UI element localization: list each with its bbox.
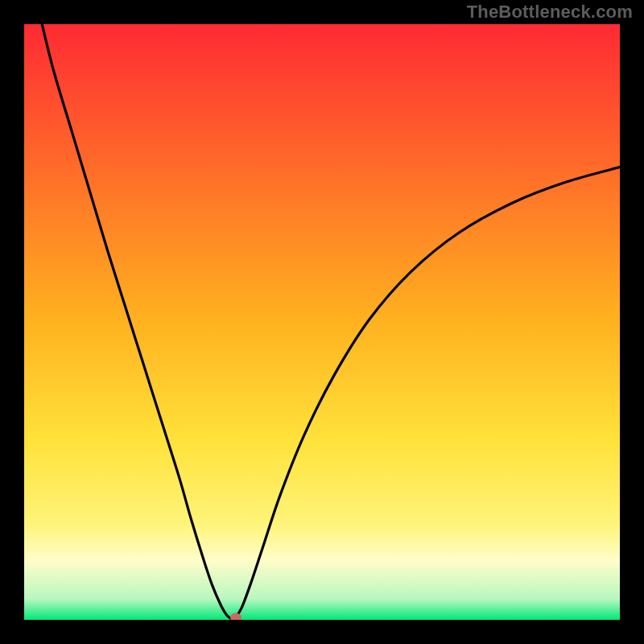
minimum-marker <box>230 613 242 620</box>
chart-frame: TheBottleneck.com <box>0 0 644 644</box>
gradient-background <box>24 24 620 620</box>
watermark-text: TheBottleneck.com <box>467 2 633 23</box>
plot-area <box>24 24 620 620</box>
plot-svg <box>24 24 620 620</box>
